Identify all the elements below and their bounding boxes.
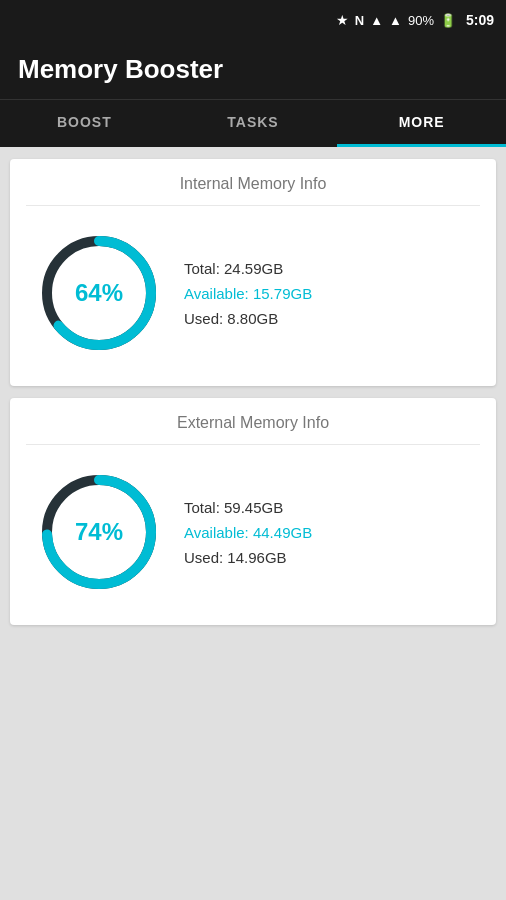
battery-icon: 🔋 [440,13,456,28]
tab-tasks[interactable]: TASKS [169,100,338,147]
internal-ring-chart: 64% [34,228,164,358]
internal-percent: 64% [75,279,123,307]
external-memory-info: Total: 59.45GB Available: 44.49GB Used: … [184,499,312,566]
tab-bar: BOOST TASKS MORE [0,99,506,147]
internal-memory-card: Internal Memory Info 64% Total: 24.59GB … [10,159,496,386]
main-content: Internal Memory Info 64% Total: 24.59GB … [0,147,506,637]
network-icon: N [355,13,364,28]
app-header: Memory Booster [0,40,506,99]
external-memory-card: External Memory Info 74% Total: 59.45GB … [10,398,496,625]
tab-more[interactable]: MORE [337,100,506,147]
internal-used: Used: 8.80GB [184,310,312,327]
status-bar: ★ N ▲ ▲ 90% 🔋 5:09 [0,0,506,40]
tab-boost[interactable]: BOOST [0,100,169,147]
app-title: Memory Booster [18,54,488,85]
external-card-body: 74% Total: 59.45GB Available: 44.49GB Us… [26,459,480,605]
internal-card-body: 64% Total: 24.59GB Available: 15.79GB Us… [26,220,480,366]
external-ring-chart: 74% [34,467,164,597]
internal-memory-info: Total: 24.59GB Available: 15.79GB Used: … [184,260,312,327]
external-used: Used: 14.96GB [184,549,312,566]
internal-total: Total: 24.59GB [184,260,312,277]
wifi-icon: ▲ [370,13,383,28]
external-card-title: External Memory Info [26,414,480,445]
signal-icon: ▲ [389,13,402,28]
internal-available: Available: 15.79GB [184,285,312,302]
battery-percent: 90% [408,13,434,28]
external-available: Available: 44.49GB [184,524,312,541]
time: 5:09 [466,12,494,28]
external-total: Total: 59.45GB [184,499,312,516]
bluetooth-icon: ★ [336,12,349,28]
status-icons: ★ N ▲ ▲ 90% 🔋 5:09 [336,12,494,28]
external-percent: 74% [75,518,123,546]
internal-card-title: Internal Memory Info [26,175,480,206]
